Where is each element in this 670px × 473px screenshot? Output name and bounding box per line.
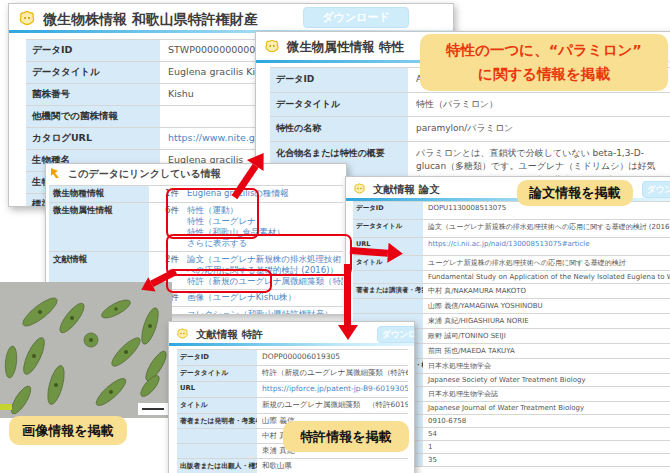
- mascot-icon: [175, 327, 190, 342]
- row-value: Japanese Society of Water Treatment Biol…: [423, 374, 670, 386]
- linked-item-link[interactable]: 画像（ユーグレナKishu株）: [187, 292, 343, 303]
- row-value: ユーグレナ新規株の排水処理技術への応用に関する基礎的検討: [423, 256, 670, 270]
- row-value: 日本水処理生物学会: [423, 359, 670, 373]
- table-row: データタイトル特許（新規のユーグレナ属微細藻類（特許6019305）(2016)…: [177, 366, 408, 382]
- row-label: データタイトル: [26, 62, 160, 83]
- row-value: 殿野 誠司/TONINO SEIJI: [423, 329, 670, 343]
- row-value: paramylon/パラミロン: [408, 117, 670, 141]
- row-label: 菌株番号: [26, 84, 160, 105]
- linked-row-items: コレクション（和歌山県特許権財産）: [183, 307, 343, 315]
- row-value: 特許（新規のユーグレナ属微細藻類（特許6019305）(2016)）: [257, 366, 408, 381]
- linked-row-count: 1件: [149, 186, 183, 202]
- table-row: URLhttps://ipforce.jp/patent-jp-B9-60193…: [177, 382, 408, 398]
- row-value: 和歌山県: [257, 459, 408, 473]
- linked-row-items: 特性（運動）特性（ユーグレナ）特性（和歌山_食品素材）さらに表示する: [183, 203, 343, 251]
- row-label: URL: [177, 382, 257, 397]
- row-value: 中村 真/NAKAMURA MAKOTO: [423, 284, 670, 298]
- callout-patent: 特許情報を掲載: [283, 421, 409, 452]
- link-arrow-icon: [50, 167, 62, 181]
- row-label: タイトル: [353, 256, 423, 270]
- linked-row-label: 微生物種情報: [49, 186, 149, 202]
- row-label: データID: [270, 68, 408, 92]
- row-value: 1: [423, 441, 670, 453]
- callout-image: 画像情報を掲載: [9, 416, 127, 445]
- row-label: カタログURL: [26, 128, 160, 149]
- window-title: 微生物属性情報 特性: [287, 39, 404, 56]
- row-label: データタイトル: [177, 366, 257, 381]
- table-row: タイトル新規のユーグレナ属微細藻類 （特許6019305）: [177, 398, 408, 414]
- linked-item-link[interactable]: Euglena gracilisの種情報: [187, 188, 343, 199]
- row-label: [177, 429, 257, 443]
- micrograph-label-strip: [0, 404, 12, 410]
- row-label: [353, 299, 423, 313]
- row-label: 出版者または出願人・権利者: [177, 459, 257, 473]
- linked-row-items: 論文（ユーグレナ新規株の排水処理技術への応用に関する基礎的検討 (2016)）特…: [183, 252, 343, 289]
- row-label: 特性の名称: [270, 117, 408, 141]
- row-label: データタイトル: [270, 93, 408, 117]
- table-row: Fundamental Study on Application of the …: [353, 271, 670, 284]
- linked-row-items: Euglena gracilisの種情報: [183, 186, 343, 202]
- callout-article-text: 論文情報を掲載: [529, 184, 620, 202]
- row-label: [177, 444, 257, 458]
- window-title: 文献情報 特許: [196, 328, 263, 342]
- linked-row-items: 画像（ユーグレナKishu株）: [183, 290, 343, 306]
- linked-item-link[interactable]: コレクション（和歌山県特許権財産）: [187, 309, 343, 315]
- row-label: 著者または講演者・考案者: [353, 284, 423, 298]
- callout-patent-text: 特許情報を掲載: [300, 428, 391, 446]
- download-button[interactable]: ダウンロード: [303, 7, 409, 28]
- table-row: データIDDOPP000006019305: [177, 350, 408, 366]
- page-title: 微生物株情報 和歌山県特許権財産: [43, 11, 258, 29]
- linked-item-link[interactable]: さらに表示する: [187, 238, 343, 249]
- row-label: 著者または発明者・考案者: [177, 414, 257, 428]
- row-value-link[interactable]: https://ipforce.jp/patent-jp-B9-6019305: [257, 382, 408, 397]
- linked-item-link[interactable]: 特性（ユーグレナ）: [187, 216, 343, 227]
- linked-row: 微生物種情報1件Euglena gracilisの種情報: [49, 186, 343, 203]
- row-value: 特性（パラミロン）: [408, 93, 670, 117]
- linked-row-count: 6件: [149, 203, 183, 251]
- download-button[interactable]: ダウンロード: [642, 181, 670, 198]
- table-row: 出版者または出願人・権利者和歌山県: [177, 459, 408, 473]
- row-value: Fundamental Study on Application of the …: [423, 271, 670, 283]
- table-row: データタイトル論文（ユーグレナ新規株の排水処理技術への応用に関する基礎的検討 (…: [353, 220, 670, 238]
- row-label: タイトル: [177, 398, 257, 413]
- window-title: 文献情報 論文: [373, 183, 440, 197]
- row-value: Japanese Journal of Water Treatment Biol…: [423, 402, 670, 414]
- row-value: 新規のユーグレナ属微細藻類 （特許6019305）: [257, 398, 408, 413]
- callout-trait-line1: 特性の一つに、“パラミロン”: [446, 39, 642, 62]
- callout-trait: 特性の一つに、“パラミロン” に関する情報を掲載: [420, 34, 668, 91]
- row-label: データID: [177, 350, 257, 365]
- callout-image-text: 画像情報を掲載: [22, 422, 113, 440]
- callout-trait-line2: に関する情報を掲載: [478, 63, 610, 86]
- row-value: 35: [423, 454, 670, 466]
- attribute-window-header: 微生物属性情報 特性: [263, 38, 404, 57]
- row-label: 他機関での菌株情報: [26, 106, 160, 127]
- scale-bar: [138, 403, 168, 415]
- row-value: 前田 拓也/MAEDA TAKUYA: [423, 344, 670, 358]
- linked-panel-header: このデータにリンクしている情報: [50, 167, 221, 181]
- row-value: 論文（ユーグレナ新規株の排水処理技術への応用に関する基礎的検討 (2016)）: [423, 220, 670, 237]
- row-label: URL: [353, 238, 423, 255]
- mascot-icon: [17, 9, 37, 30]
- row-label: [353, 271, 423, 283]
- mascot-icon: [263, 38, 281, 57]
- table-row: 特性の名称paramylon/パラミロン: [270, 117, 670, 142]
- table-row: 著者または講演者・考案者中村 真/NAKAMURA MAKOTO: [353, 284, 670, 299]
- row-value-link[interactable]: https://ci.nii.ac.jp/naid/130008513075#a…: [423, 238, 670, 255]
- strain-window-header: 微生物株情報 和歌山県特許権財産: [17, 9, 258, 30]
- callout-article: 論文情報を掲載: [517, 180, 633, 206]
- linked-item-link[interactable]: 論文（ユーグレナ新規株の排水処理技術への応用に関する基礎的検討 (2016)）: [187, 254, 343, 276]
- table-row: タイトルユーグレナ新規株の排水処理技術への応用に関する基礎的検討: [353, 256, 670, 271]
- row-label: データタイトル: [353, 220, 423, 237]
- row-value: 0910-6758: [423, 415, 670, 427]
- linked-item-link[interactable]: 特性（和歌山_食品素材）: [187, 227, 343, 238]
- linked-item-link[interactable]: 特許（新規のユーグレナ属微細藻類（特許6019305）(2016)）: [187, 276, 343, 287]
- row-value: 山際 義信/YAMAGIWA YOSHINOBU: [423, 299, 670, 313]
- patent-window-header: 文献情報 特許: [175, 327, 263, 342]
- row-value: 日本水処理生物学会誌: [423, 387, 670, 401]
- row-value: DOPP000006019305: [257, 350, 408, 365]
- linked-item-link[interactable]: 特性（運動）: [187, 205, 343, 216]
- mascot-icon: [352, 182, 367, 197]
- header-underline: [169, 343, 414, 346]
- download-button[interactable]: ダウンロード: [377, 326, 415, 343]
- linked-row: 微生物属性情報6件特性（運動）特性（ユーグレナ）特性（和歌山_食品素材）さらに表…: [49, 203, 343, 252]
